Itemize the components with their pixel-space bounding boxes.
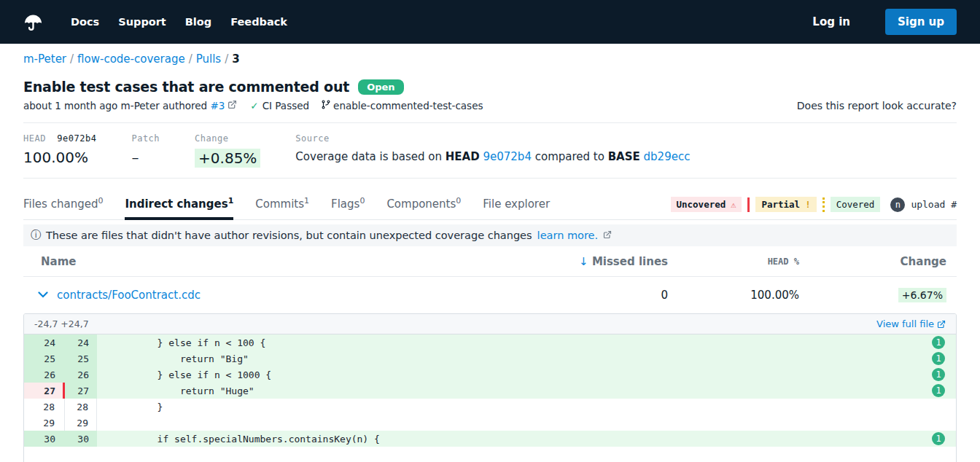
coverage-legend: Uncovered⚠︎ Partial! Covered n upload # bbox=[671, 197, 957, 219]
breadcrumb-separator: / bbox=[225, 52, 228, 66]
tab-commits[interactable]: Commits1 bbox=[255, 190, 309, 219]
code-text: } bbox=[97, 399, 921, 415]
base-line-number: 25 bbox=[24, 351, 65, 367]
file-missed-lines: 0 bbox=[537, 289, 668, 302]
column-header-change[interactable]: Change bbox=[799, 255, 957, 268]
stat-head: HEAD 9e072b4 100.00% bbox=[23, 133, 96, 168]
banner-text: These are files that didn't have author … bbox=[46, 230, 532, 241]
breadcrumb-separator: / bbox=[70, 52, 74, 66]
pull-meta-text: about 1 month ago m-Peter authored bbox=[23, 100, 207, 111]
view-full-file-link[interactable]: View full file bbox=[876, 318, 946, 329]
partial-bar-sample bbox=[822, 197, 825, 212]
pull-number-link[interactable]: #3 bbox=[210, 100, 225, 111]
code-text: if self.specialNumbers.containsKey(n) { bbox=[97, 431, 921, 447]
breadcrumb-separator: / bbox=[189, 52, 192, 66]
head-line-number: 24 bbox=[65, 334, 97, 351]
column-header-name[interactable]: Name bbox=[23, 255, 537, 268]
stat-change-label: Change bbox=[195, 133, 260, 144]
chevron-down-icon[interactable] bbox=[38, 291, 48, 300]
base-line-number: 30 bbox=[24, 431, 65, 447]
code-text: } else if n < 100 { bbox=[97, 334, 921, 351]
warning-triangle-icon: ⚠︎ bbox=[731, 200, 736, 210]
uncovered-bar-sample bbox=[747, 197, 750, 212]
file-name-link[interactable]: contracts/FooContract.cdc bbox=[57, 289, 201, 302]
upload-label: upload # bbox=[911, 199, 957, 210]
divider bbox=[23, 178, 957, 179]
code-text: } else if n < 1000 { bbox=[97, 367, 921, 383]
stat-change-value: +0.85% bbox=[195, 149, 260, 168]
ci-check-icon: ✓ bbox=[250, 100, 258, 111]
head-sha: 9e072b4 bbox=[57, 133, 96, 144]
base-line-number: 28 bbox=[24, 399, 65, 415]
tab-files-changed[interactable]: Files changed0 bbox=[23, 190, 103, 219]
upload-count-badge: 1 bbox=[932, 336, 945, 349]
column-header-missed-lines[interactable]: ↓ Missed lines bbox=[537, 255, 668, 268]
head-line-number: 28 bbox=[65, 399, 97, 415]
file-table-row: contracts/FooContract.cdc 0 100.00% +6.6… bbox=[23, 277, 957, 313]
stat-patch-label: Patch bbox=[131, 133, 160, 144]
login-link[interactable]: Log in bbox=[812, 15, 850, 28]
base-line-number: 29 bbox=[24, 415, 65, 431]
legend-partial: Partial! bbox=[755, 197, 816, 212]
breadcrumb-repo[interactable]: flow-code-coverage bbox=[77, 52, 185, 66]
codecov-umbrella-icon[interactable] bbox=[23, 12, 43, 32]
report-accuracy-link[interactable]: Does this report look accurate? bbox=[797, 100, 957, 111]
source-head-sha-link[interactable]: 9e072b4 bbox=[483, 150, 531, 163]
source-description: Coverage data is based on HEAD 9e072b4 c… bbox=[295, 150, 690, 163]
nav-link-feedback[interactable]: Feedback bbox=[230, 16, 287, 28]
hunk-header: -24,7 +24,7 bbox=[34, 318, 89, 329]
code-text: return "Huge" bbox=[97, 383, 921, 399]
git-branch-icon bbox=[321, 99, 331, 112]
stat-head-label: HEAD 9e072b4 bbox=[23, 133, 96, 144]
source-base-sha-link[interactable]: db29ecc bbox=[644, 150, 691, 163]
code-line: 28 28 } bbox=[24, 399, 956, 415]
code-line: 27 27 return "Huge" 1 bbox=[24, 383, 956, 399]
stat-source-label: Source bbox=[295, 133, 690, 144]
sort-descending-icon: ↓ bbox=[579, 255, 588, 268]
breadcrumb-owner[interactable]: m-Peter bbox=[23, 52, 66, 66]
stat-change: Change +0.85% bbox=[195, 133, 260, 168]
nav-link-support[interactable]: Support bbox=[118, 16, 166, 28]
upload-count-badge: 1 bbox=[932, 384, 945, 397]
tab-indirect-changes[interactable]: Indirect changes1 bbox=[125, 190, 233, 219]
top-navbar: Docs Support Blog Feedback Log in Sign u… bbox=[0, 0, 980, 44]
upload-count-badge: 1 bbox=[932, 352, 945, 365]
partial-mark-icon: ! bbox=[805, 199, 811, 210]
legend-covered: Covered bbox=[831, 197, 881, 212]
legend-uncovered: Uncovered⚠︎ bbox=[671, 197, 742, 212]
signup-button[interactable]: Sign up bbox=[885, 9, 957, 35]
base-line-number-uncovered: 27 bbox=[24, 383, 65, 399]
head-line-number: 30 bbox=[65, 431, 97, 447]
info-icon: ⓘ bbox=[31, 229, 41, 242]
breadcrumb-pull-number: 3 bbox=[232, 52, 239, 66]
branch-name: enable-commented-test-cases bbox=[333, 100, 483, 111]
nav-link-docs[interactable]: Docs bbox=[71, 16, 99, 28]
ci-status-label: CI Passed bbox=[262, 100, 309, 111]
breadcrumb-pulls[interactable]: Pulls bbox=[196, 52, 221, 66]
upload-count-badge: 1 bbox=[932, 368, 945, 381]
divider bbox=[23, 122, 957, 123]
code-text bbox=[97, 415, 921, 431]
code-text: return "Big" bbox=[97, 351, 921, 367]
tab-flags[interactable]: Flags0 bbox=[331, 190, 365, 219]
head-line-number: 26 bbox=[65, 367, 97, 383]
stat-patch: Patch – bbox=[131, 133, 160, 168]
diff-viewer: -24,7 +24,7 View full file 24 24 } else … bbox=[23, 313, 957, 462]
code-line: 24 24 } else if n < 100 { 1 bbox=[24, 334, 956, 351]
nav-link-blog[interactable]: Blog bbox=[185, 16, 211, 28]
tab-file-explorer[interactable]: File explorer bbox=[483, 190, 550, 219]
file-head-percent: 100.00% bbox=[668, 289, 799, 302]
external-link-icon bbox=[603, 230, 612, 241]
breadcrumb: m-Peter/flow-code-coverage/Pulls/3 bbox=[23, 52, 957, 66]
external-link-icon bbox=[228, 100, 237, 111]
tab-components[interactable]: Components0 bbox=[386, 190, 461, 219]
column-header-head-percent[interactable]: HEAD % bbox=[668, 257, 799, 267]
code-line: 29 29 bbox=[24, 415, 956, 431]
file-change-value: +6.67% bbox=[898, 288, 946, 302]
pull-title: Enable test cases that are commented out bbox=[23, 79, 349, 95]
tab-bar: Files changed0 Indirect changes1 Commits… bbox=[23, 190, 957, 220]
base-line-number: 24 bbox=[24, 334, 65, 351]
learn-more-link[interactable]: learn more. bbox=[537, 230, 599, 241]
code-line: 30 30 if self.specialNumbers.containsKey… bbox=[24, 431, 956, 447]
code-line: 25 25 return "Big" 1 bbox=[24, 351, 956, 367]
